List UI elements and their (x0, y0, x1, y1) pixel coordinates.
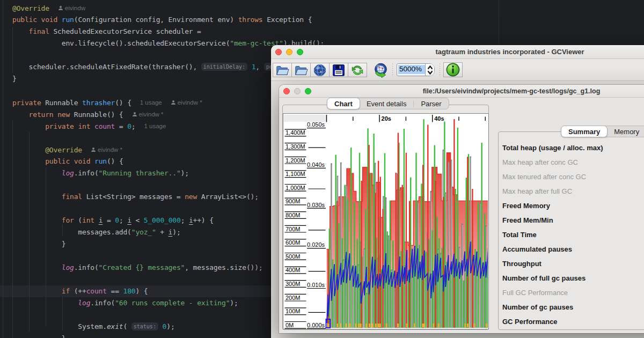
about-button[interactable] (443, 62, 463, 77)
memory-axis-label: 1,000M (286, 185, 305, 191)
watch-icon (373, 62, 389, 78)
code-vision-hint[interactable]: 1 usage (144, 120, 166, 132)
gc-chart[interactable]: 20s40s0M100M200M300M400M500M600M700M800M… (283, 113, 489, 329)
summary-row: Max heap after conc GC (502, 155, 644, 170)
code-token: } (12, 240, 65, 248)
toolbar-buttons (273, 63, 367, 77)
person-icon (91, 147, 96, 152)
code-token: for (62, 216, 74, 224)
main-window-title: tagtraum industries incorporated - GCVie… (271, 45, 644, 58)
open-url-button[interactable] (310, 63, 330, 77)
x-axis-tick-label: 20s (382, 115, 391, 122)
pause-axis-label: 0.000s (307, 322, 325, 328)
tab-memory[interactable]: Memory (607, 126, 644, 137)
code-token: ( (74, 216, 82, 224)
summary-tabs: SummaryMemory (561, 126, 644, 137)
code-vision-hint[interactable]: 1 usage (140, 97, 162, 108)
zoom-stepper[interactable] (425, 64, 434, 76)
person-icon (132, 112, 137, 117)
screen: @Overrideeivindwpublic void run(Configur… (0, 0, 644, 338)
code-token: ScheduledExecutorService scheduler = (49, 27, 201, 35)
tab-chart[interactable]: Chart (327, 98, 360, 109)
code-token: + (156, 228, 169, 236)
code-token: < (131, 216, 144, 224)
memory-axis-label: 300M (286, 281, 301, 287)
code-token: .info( (74, 263, 99, 271)
globe-icon (313, 63, 327, 77)
code-token: ; (181, 216, 189, 224)
code-token: public (45, 157, 70, 165)
code-vision-hint[interactable]: eivindw (58, 2, 85, 14)
code-token: i (127, 216, 131, 224)
code-token (12, 111, 29, 119)
split-divider[interactable] (489, 105, 498, 330)
code-token (12, 193, 62, 201)
code-token: log (62, 263, 74, 271)
pause-axis-label: 0.030s (307, 202, 325, 208)
code-token: = (115, 122, 127, 130)
watch-button[interactable] (372, 62, 389, 78)
code-token: int (78, 122, 90, 130)
main-window-titlebar[interactable]: tagtraum industries incorporated - GCVie… (271, 45, 644, 59)
code-token: ); (172, 228, 180, 236)
zoom-combobox[interactable]: 5000% (397, 63, 435, 76)
code-token: "Created {} messages" (99, 263, 185, 271)
tab-summary[interactable]: Summary (561, 126, 608, 137)
code-token: Runnable (41, 99, 82, 107)
log-window-titlebar[interactable]: file:/Users/eivindw/projects/mem-gc-test… (279, 85, 644, 98)
memory-axis-label: 1,400M (286, 129, 305, 136)
code-token (12, 157, 45, 165)
code-token: return (29, 111, 54, 119)
code-token: log (62, 169, 74, 177)
log-window-title: file:/Users/eivindw/projects/mem-gc-test… (279, 85, 644, 97)
code-token: int (82, 216, 94, 224)
code-token: ); (181, 169, 189, 177)
code-token: } (12, 75, 17, 83)
open-file-button[interactable] (273, 63, 292, 77)
add-file-button[interactable] (291, 63, 311, 77)
person-icon (58, 5, 63, 11)
folder-icon (294, 63, 308, 77)
pause-axis-label: 0.040s (307, 161, 325, 168)
chart-tabs: ChartEvent detailsParser (327, 98, 449, 109)
code-token (12, 169, 62, 177)
code-vision-hint[interactable]: eivindw * (91, 144, 122, 156)
code-token: (++ (70, 287, 86, 295)
pause-axis-label: 0.020s (307, 241, 325, 248)
code-token (53, 111, 57, 119)
code-token: .info( (90, 299, 115, 307)
tab-event-details[interactable]: Event details (360, 98, 413, 109)
code-token: if (62, 287, 70, 295)
code-token: private (45, 122, 74, 130)
code-token: Exception { (263, 16, 312, 24)
code-token: i (189, 216, 193, 224)
code-token: List<String> messages = (82, 193, 185, 201)
code-token (12, 263, 62, 271)
code-token: "yoz_" (131, 228, 156, 236)
summary-row: Full GC Performance (502, 285, 644, 300)
code-token: new (185, 193, 197, 201)
tab-parser[interactable]: Parser (414, 98, 448, 109)
code-token: ++) { (193, 216, 214, 224)
code-token: ); (230, 299, 238, 307)
export-button[interactable] (329, 63, 348, 77)
summary-row: Total Time (502, 227, 644, 242)
code-token: count (94, 122, 115, 130)
memory-axis-label: 500M (286, 253, 301, 260)
code-token: public (12, 16, 37, 24)
code-vision-hint[interactable]: eivindw * (171, 97, 202, 108)
code-token (12, 216, 62, 224)
code-token: final (62, 193, 82, 201)
code-token: @Override (12, 4, 49, 12)
code-token: (Configuration config, Environment env) (74, 16, 238, 24)
refresh-button[interactable] (348, 63, 367, 77)
summary-row: Freed Memory (502, 199, 644, 213)
code-token: } (12, 334, 65, 338)
code-vision-hint[interactable]: eivindw * (132, 108, 164, 120)
gc-log-window: file:/Users/eivindw/projects/mem-gc-test… (279, 85, 644, 333)
zoom-input[interactable]: 5000% (398, 65, 425, 74)
code-token: System. (12, 322, 107, 330)
code-line: @Overrideeivindw (12, 2, 324, 14)
code-token (12, 287, 62, 295)
code-token: 0 (127, 122, 131, 130)
